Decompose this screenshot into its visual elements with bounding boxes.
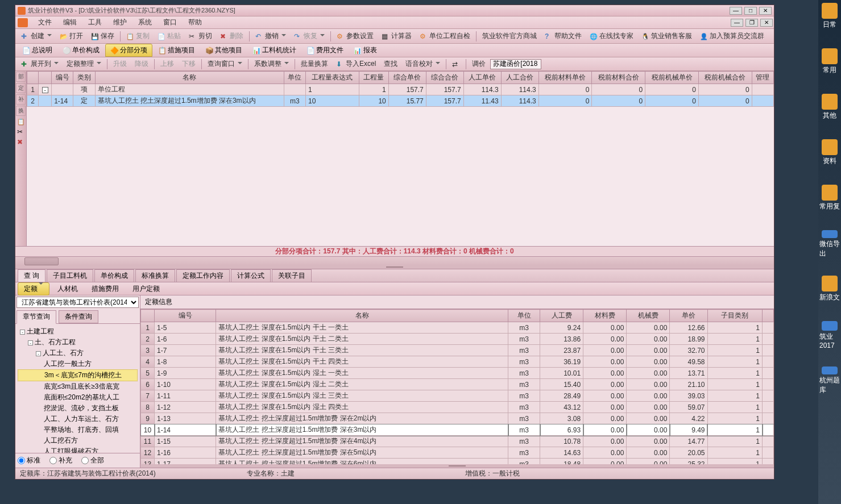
- sidebar-item[interactable]: 补: [16, 94, 26, 105]
- subtab-chapter[interactable]: 章节查询: [16, 310, 56, 324]
- detail-table[interactable]: 编号名称单位人工费材料费机械费单价子目类别11-5基坑人工挖土 深度在1.5m以…: [140, 309, 774, 464]
- voice-button[interactable]: 语音校对: [402, 58, 444, 70]
- bottom-toolbar-btn[interactable]: 定额: [18, 282, 49, 295]
- save-button[interactable]: 保存: [88, 30, 118, 42]
- query-window-button[interactable]: 查询窗口: [204, 58, 246, 70]
- coef-button[interactable]: 系数调整: [251, 58, 292, 70]
- desktop-icon[interactable]: 资料: [819, 139, 840, 168]
- bottom-toolbar-btn[interactable]: 用户定额: [127, 283, 165, 295]
- tab-report[interactable]: 报表: [349, 44, 382, 56]
- cut-button[interactable]: 剪切: [185, 30, 216, 42]
- find-button[interactable]: 查找: [380, 58, 401, 70]
- sidebar-item[interactable]: 换: [16, 106, 26, 116]
- sidebar-item[interactable]: 部: [16, 72, 26, 82]
- sales-button[interactable]: 筑业销售客服: [638, 30, 695, 42]
- top-table-scroll[interactable]: 编号类别名称单位工程量表达式工程量综合单价综合合价人工单价人工合价税前材料单价税…: [27, 71, 774, 246]
- desktop-icon[interactable]: 常用: [819, 48, 840, 77]
- tree-node[interactable]: -土建工程: [18, 326, 138, 337]
- bottom-tab[interactable]: 查 询: [18, 269, 45, 282]
- undo-button[interactable]: 撤销: [252, 30, 289, 42]
- tree-node[interactable]: 人工挖石方: [18, 435, 138, 446]
- table-row[interactable]: 1-项单位工程11157.7157.7114.3114.30000: [27, 84, 774, 95]
- desktop-icon[interactable]: 常用复: [819, 185, 840, 213]
- bottom-tab[interactable]: 定额工作内容: [176, 269, 230, 282]
- desktop-icon[interactable]: 日常: [819, 3, 840, 31]
- table-row[interactable]: 131-17基坑人工挖土 挖土深度超过1.5m增加费 深在6m以内m318.48…: [141, 459, 774, 465]
- mdi-close[interactable]: ✕: [760, 19, 773, 27]
- table-row[interactable]: 61-10基坑人工挖土 深度在1.5m以内 湿土 二类土m315.400.000…: [141, 379, 774, 390]
- selfcheck-button[interactable]: 单位工程自检: [416, 30, 474, 42]
- move-down-button[interactable]: 下移: [179, 58, 199, 70]
- splitter[interactable]: [15, 265, 774, 269]
- tab-materials[interactable]: 📊工料机统计: [248, 44, 301, 56]
- export-excel-button[interactable]: 导入Excel: [333, 58, 379, 70]
- batch-button[interactable]: 批量换算: [297, 58, 332, 70]
- bottom-tab[interactable]: 关联子目: [272, 269, 312, 282]
- table-row[interactable]: 91-13基坑人工挖土 挖土深度超过1.5m增加费 深在2m以内m33.080.…: [141, 413, 774, 424]
- sections-table[interactable]: 编号类别名称单位工程量表达式工程量综合单价综合合价人工单价人工合价税前材料单价税…: [27, 71, 774, 107]
- bottom-tab[interactable]: 单价构成: [94, 269, 134, 282]
- desktop-icon[interactable]: 杭州题库: [819, 366, 840, 395]
- online-expert-button[interactable]: 在线找专家: [586, 30, 637, 42]
- tab-other[interactable]: 📦其他项目: [201, 44, 247, 56]
- tree-node[interactable]: 底宽≤3m且底长≥3倍底宽: [18, 381, 138, 392]
- tab-sections[interactable]: 🔶分部分项: [105, 44, 152, 57]
- menu-edit[interactable]: 编辑: [57, 16, 82, 28]
- sidebar-tool-icon[interactable]: [17, 138, 25, 146]
- bottom-tab[interactable]: 子目工料机: [47, 269, 93, 282]
- library-combo[interactable]: 江苏省建筑与装饰工程计价表(2014): [16, 297, 139, 308]
- minimize-button[interactable]: —: [730, 7, 742, 15]
- calculator-button[interactable]: 计算器: [378, 30, 415, 42]
- group-button[interactable]: 加入预算员交流群: [697, 30, 768, 42]
- table-row[interactable]: 21-6基坑人工挖土 深度在1.5m以内 干土 二类土m313.860.000.…: [141, 334, 774, 345]
- bottom-toolbar-btn[interactable]: 措施费用: [86, 283, 125, 295]
- detail-table-scroll[interactable]: 编号名称单位人工费材料费机械费单价子目类别11-5基坑人工挖土 深度在1.5m以…: [140, 309, 774, 464]
- tree-node[interactable]: -土、石方工程: [18, 337, 138, 348]
- desktop-icon[interactable]: 微信导出: [819, 230, 840, 259]
- tab-summary[interactable]: 📄总说明: [18, 44, 57, 56]
- adjust-price-button[interactable]: 调价: [469, 58, 489, 70]
- swap-button[interactable]: [449, 59, 463, 69]
- detail-splitter[interactable]: [140, 464, 774, 468]
- table-row[interactable]: 71-11基坑人工挖土 深度在1.5m以内 湿土 三类土m328.490.000…: [141, 390, 774, 402]
- h-scrollbar[interactable]: [15, 256, 774, 265]
- table-row[interactable]: 111-15基坑人工挖土 挖土深度超过1.5m增加费 深在4m以内m310.78…: [141, 436, 774, 447]
- mdi-minimize[interactable]: —: [731, 19, 743, 27]
- sidebar-tool-icon[interactable]: [17, 128, 25, 136]
- new-button[interactable]: 创建: [18, 30, 55, 42]
- menu-window[interactable]: 窗口: [158, 16, 183, 28]
- price-code-input[interactable]: [490, 59, 541, 69]
- open-button[interactable]: 打开: [56, 30, 86, 42]
- quota-sort-button[interactable]: 定额整理: [63, 58, 105, 70]
- redo-button[interactable]: 恢复: [291, 30, 328, 42]
- delete-button[interactable]: 删除: [217, 30, 247, 42]
- chapter-tree[interactable]: -土建工程-土、石方工程-人工土、石方人工挖一般土方3m＜底宽≤7m的沟槽挖土底…: [15, 324, 140, 453]
- maximize-button[interactable]: □: [744, 7, 757, 15]
- radio-all[interactable]: 全部: [81, 456, 104, 465]
- sidebar-tool-icon[interactable]: [17, 118, 25, 126]
- tree-node[interactable]: 底面积≤20m2的基坑人工: [18, 392, 138, 403]
- tree-node[interactable]: 平整场地、打底夯、回填: [18, 424, 138, 435]
- table-row[interactable]: 41-8基坑人工挖土 深度在1.5m以内 干土 四类土m336.190.000.…: [141, 356, 774, 368]
- tree-node[interactable]: 人工打眼爆破石方: [18, 446, 138, 453]
- close-button[interactable]: ✕: [759, 7, 772, 15]
- radio-supplement[interactable]: 补充: [49, 456, 72, 465]
- table-row[interactable]: 101-14基坑人工挖土 挖土深度超过1.5m增加费 深在3m以内m36.930…: [141, 424, 774, 436]
- menu-system[interactable]: 系统: [132, 16, 158, 28]
- table-row[interactable]: 11-5基坑人工挖土 深度在1.5m以内 干土 一类土m39.240.000.0…: [141, 322, 774, 334]
- bottom-tab[interactable]: 计算公式: [231, 269, 271, 282]
- expand-button[interactable]: 展开到: [18, 58, 62, 70]
- menu-help[interactable]: 帮助: [183, 16, 208, 28]
- sidebar-item[interactable]: 定: [16, 83, 26, 93]
- table-row[interactable]: 31-7基坑人工挖土 深度在1.5m以内 干土 三类土m323.870.000.…: [141, 345, 774, 356]
- desktop-icon[interactable]: 筑业2017: [819, 321, 840, 349]
- tree-node[interactable]: 挖淤泥、流砂，支挡土板: [18, 403, 138, 414]
- table-row[interactable]: 121-16基坑人工挖土 挖土深度超过1.5m增加费 深在5m以内m314.63…: [141, 447, 774, 459]
- tab-measures[interactable]: 📋措施项目: [154, 44, 200, 56]
- upgrade-button[interactable]: 升级: [110, 58, 130, 70]
- paste-button[interactable]: 粘贴: [154, 30, 184, 42]
- copy-button[interactable]: 复制: [123, 30, 153, 42]
- tree-node[interactable]: 人工挖一般土方: [18, 359, 138, 369]
- tab-cost-file[interactable]: 📄费用文件: [302, 44, 348, 56]
- bottom-toolbar-btn[interactable]: 人材机: [52, 283, 84, 295]
